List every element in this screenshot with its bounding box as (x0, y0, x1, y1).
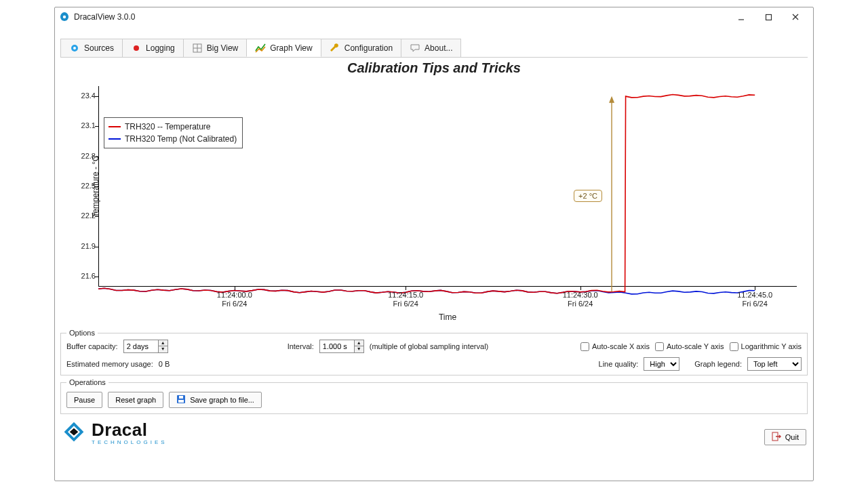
minimize-button[interactable] (728, 7, 755, 26)
wrench-icon (330, 43, 340, 54)
titlebar: DracalView 3.0.0 (55, 7, 813, 26)
y-tick-label: 23.1 (73, 121, 96, 129)
tab-label: Configuration (344, 43, 393, 53)
tab-label: About... (425, 43, 452, 53)
maximize-button[interactable] (755, 7, 782, 26)
buffer-capacity-label: Buffer capacity: (66, 342, 118, 350)
interval-input[interactable] (320, 340, 354, 352)
step-down-icon[interactable]: ▼ (159, 346, 167, 352)
checkbox[interactable] (730, 342, 738, 351)
log-y-checkbox[interactable]: Logarithmic Y axis (730, 342, 802, 351)
chart-title: Calibration Tips and Tricks (60, 60, 808, 76)
tab-label: Big View (207, 43, 238, 53)
legend-label: TRH320 -- Temperature (125, 122, 211, 131)
annotation-label: +2 °C (574, 190, 602, 202)
tab-label: Logging (146, 43, 175, 53)
svg-point-0 (63, 16, 66, 18)
step-up-icon[interactable]: ▲ (159, 340, 167, 346)
close-button[interactable] (782, 7, 809, 26)
memory-usage-label: Estimated memory usage: (66, 360, 153, 368)
app-window: DracalView 3.0.0 Sources (54, 7, 814, 481)
x-tick-label: 11:24:00.0Fri 6/24 (194, 291, 275, 308)
svg-marker-12 (609, 96, 614, 103)
panel-label: Operations (66, 378, 108, 386)
record-icon (131, 43, 142, 54)
x-tick-label: 11:24:45.0Fri 6/24 (714, 291, 795, 308)
legend-position-label: Graph legend: (694, 360, 742, 368)
x-tick-label: 11:24:30.0Fri 6/24 (540, 291, 621, 308)
legend-position-select[interactable]: Top left (747, 357, 802, 371)
tab-graphview[interactable]: Graph View (246, 39, 321, 57)
tab-about[interactable]: About... (401, 39, 461, 57)
app-icon (59, 12, 70, 22)
checkbox[interactable] (580, 342, 589, 351)
step-up-icon[interactable]: ▲ (355, 340, 363, 346)
interval-stepper[interactable]: ▲▼ (319, 340, 364, 353)
reset-graph-button[interactable]: Reset graph (108, 392, 163, 408)
line-quality-select[interactable]: High (644, 357, 679, 371)
svg-rect-2 (766, 14, 771, 20)
pause-button[interactable]: Pause (66, 392, 102, 408)
tab-bigview[interactable]: Big View (183, 39, 247, 57)
y-tick-label: 21.9 (73, 242, 96, 250)
y-tick-label: 22.2 (73, 211, 96, 220)
legend-item: TRH320 -- Temperature (108, 121, 237, 133)
line-quality-label: Line quality: (599, 360, 639, 368)
options-panel: Options Buffer capacity: ▲▼ Interval: ▲▼… (60, 329, 808, 375)
tab-label: Sources (84, 43, 114, 53)
checkbox[interactable] (655, 342, 664, 351)
y-tick-label: 21.6 (73, 272, 96, 280)
tabbar: Sources Logging Big View Graph View (60, 39, 808, 58)
operations-panel: Operations Pause Reset graph Save graph … (60, 378, 808, 414)
svg-point-6 (73, 47, 76, 49)
panel-label: Options (66, 329, 98, 337)
tab-configuration[interactable]: Configuration (321, 39, 401, 57)
y-tick-label: 22.8 (73, 152, 96, 160)
save-graph-button[interactable]: Save graph to file... (169, 392, 262, 408)
tab-sources[interactable]: Sources (60, 39, 123, 57)
grid-icon (192, 43, 203, 54)
chart-region: Calibration Tips and Tricks Temperature … (60, 58, 808, 326)
interval-label: Interval: (288, 342, 314, 350)
autoscale-x-checkbox[interactable]: Auto-scale X axis (580, 342, 650, 351)
window-title: DracalView 3.0.0 (74, 12, 136, 22)
x-tick-label: 11:24:15.0Fri 6/24 (365, 291, 446, 308)
y-tick-label: 23.4 (73, 92, 96, 100)
x-axis-label: Time (98, 312, 797, 322)
svg-point-7 (134, 45, 139, 51)
legend-label: TRH320 Temp (Not Calibrated) (125, 134, 237, 144)
buffer-capacity-stepper[interactable]: ▲▼ (123, 340, 168, 353)
svg-rect-14 (178, 400, 184, 403)
chart-icon (255, 43, 266, 54)
tab-label: Graph View (270, 43, 312, 53)
buffer-capacity-input[interactable] (124, 340, 158, 352)
chart-plot: Temperature - °C Time TRH320 -- Temperat… (98, 86, 797, 287)
brand-logo: Dracal TECHNOLOGIES (62, 421, 167, 445)
gear-icon (69, 43, 80, 54)
chart-legend: TRH320 -- Temperature TRH320 Temp (Not C… (104, 117, 243, 148)
autoscale-y-checkbox[interactable]: Auto-scale Y axis (655, 342, 724, 351)
y-tick-label: 22.5 (73, 182, 96, 190)
step-down-icon[interactable]: ▼ (355, 346, 363, 352)
quit-button[interactable]: Quit (764, 429, 806, 445)
interval-hint: (multiple of global sampling interval) (370, 342, 488, 350)
exit-icon (772, 432, 781, 443)
logo-icon (62, 421, 86, 445)
svg-rect-15 (179, 396, 183, 399)
save-icon (176, 394, 186, 405)
memory-usage-value: 0 B (159, 360, 170, 368)
legend-item: TRH320 Temp (Not Calibrated) (108, 133, 237, 145)
tab-logging[interactable]: Logging (122, 39, 184, 57)
speech-icon (410, 43, 420, 54)
